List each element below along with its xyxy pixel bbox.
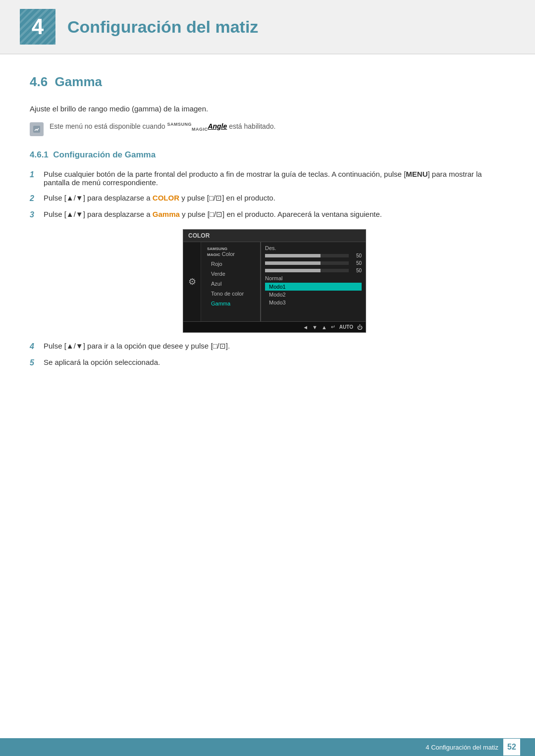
step-1-number: 1 bbox=[30, 170, 44, 179]
step-3-text: Pulse [▲/▼] para desplazarse a Gamma y p… bbox=[44, 210, 505, 219]
monitor-option-list: Modo1 Modo2 Modo3 bbox=[265, 283, 362, 306]
settings-icon: ⚙ bbox=[188, 276, 196, 287]
steps-list-2: 4 Pulse [▲/▼] para ir a la opción que de… bbox=[30, 342, 505, 367]
step-2-number: 2 bbox=[30, 194, 44, 203]
monitor-menu-left: SAMSUNG MAGIC Color Rojo Verde Azul Tono… bbox=[201, 242, 261, 321]
step-5-text: Se aplicará la opción seleccionada. bbox=[44, 358, 505, 366]
subsection-heading: 4.6.1 Configuración de Gamma bbox=[30, 150, 505, 160]
monitor-left-icon: ⚙ bbox=[183, 242, 201, 321]
page-header: 4 Configuración del matiz bbox=[0, 0, 535, 54]
bar-value-2: 50 bbox=[351, 260, 362, 266]
page-footer: 4 Configuración del matiz 52 bbox=[0, 738, 535, 756]
menu-key: MENU bbox=[406, 170, 428, 178]
chapter-number-box: 4 bbox=[20, 9, 55, 45]
icon-power[interactable]: ⏻ bbox=[357, 324, 363, 330]
gamma-highlight: Gamma bbox=[153, 210, 180, 218]
menu-item-magic-color: SAMSUNG MAGIC Color bbox=[201, 245, 260, 259]
icon-down[interactable]: ▼ bbox=[312, 324, 318, 330]
monitor-row-bar3: 50 bbox=[265, 268, 362, 273]
step-5-number: 5 bbox=[30, 358, 44, 367]
step-4-number: 4 bbox=[30, 342, 44, 351]
bar-container-2 bbox=[265, 261, 349, 265]
bar-value-3: 50 bbox=[351, 268, 362, 273]
monitor-title-bar: COLOR bbox=[183, 230, 366, 242]
icon-auto[interactable]: AUTO bbox=[339, 324, 353, 330]
menu-item-rojo: Rojo bbox=[201, 259, 260, 269]
bar-1 bbox=[265, 254, 321, 257]
main-content: 4.6 Gamma Ajuste el brillo de rango medi… bbox=[0, 74, 535, 367]
monitor-row-normal: Normal bbox=[265, 275, 362, 281]
chapter-number: 4 bbox=[32, 14, 44, 39]
note-text: Este menú no está disponible cuando SAMS… bbox=[50, 122, 275, 131]
des-label: Des. bbox=[265, 245, 290, 251]
bar-2 bbox=[265, 261, 321, 265]
bar-container-3 bbox=[265, 269, 349, 272]
step-2-text: Pulse [▲/▼] para desplazarse a COLOR y p… bbox=[44, 194, 505, 202]
menu-item-gamma: Gamma bbox=[201, 299, 260, 308]
bar-3 bbox=[265, 269, 321, 272]
monitor-ui: COLOR ⚙ SAMSUNG MAGIC Color Rojo Verde A… bbox=[183, 229, 366, 333]
monitor-icon-row: ◄ ▼ ▲ ↵ AUTO ⏻ bbox=[183, 321, 366, 332]
monitor-row-bar1: 50 bbox=[265, 253, 362, 258]
icon-back[interactable]: ◄ bbox=[303, 324, 308, 330]
footer-text: 4 Configuración del matiz bbox=[426, 744, 498, 751]
monitor-screenshot: COLOR ⚙ SAMSUNG MAGIC Color Rojo Verde A… bbox=[44, 229, 505, 333]
section-intro: Ajuste el brillo de rango medio (gamma) … bbox=[30, 104, 505, 113]
step-3: 3 Pulse [▲/▼] para desplazarse a Gamma y… bbox=[30, 210, 505, 219]
note-icon bbox=[30, 122, 44, 136]
option-modo2: Modo2 bbox=[265, 291, 362, 299]
icon-enter[interactable]: ↵ bbox=[331, 324, 335, 330]
monitor-title: COLOR bbox=[188, 232, 210, 239]
step-2: 2 Pulse [▲/▼] para desplazarse a COLOR y… bbox=[30, 194, 505, 203]
menu-item-verde: Verde bbox=[201, 269, 260, 279]
monitor-content-right: Des. 50 50 bbox=[261, 242, 366, 321]
step-1: 1 Pulse cualquier botón de la parte fron… bbox=[30, 170, 505, 187]
pencil-icon bbox=[32, 125, 41, 134]
step-1-text: Pulse cualquier botón de la parte fronta… bbox=[44, 170, 505, 187]
magic-angle-label: SAMSUNGMAGICAngle bbox=[167, 122, 227, 130]
menu-item-azul: Azul bbox=[201, 279, 260, 289]
footer-page-number: 52 bbox=[503, 739, 520, 756]
chapter-title: Configuración del matiz bbox=[67, 17, 258, 37]
step-3-number: 3 bbox=[30, 210, 44, 219]
note-box: Este menú no está disponible cuando SAMS… bbox=[30, 122, 505, 136]
step-5: 5 Se aplicará la opción seleccionada. bbox=[30, 358, 505, 367]
monitor-row-bar2: 50 bbox=[265, 260, 362, 266]
section-heading: 4.6 Gamma bbox=[30, 74, 505, 90]
step-4: 4 Pulse [▲/▼] para ir a la opción que de… bbox=[30, 342, 505, 351]
monitor-body: ⚙ SAMSUNG MAGIC Color Rojo Verde Azul To… bbox=[183, 242, 366, 321]
bar-value-1: 50 bbox=[351, 253, 362, 258]
menu-item-tono: Tono de color bbox=[201, 289, 260, 299]
bar-container-1 bbox=[265, 254, 349, 257]
step-4-text: Pulse [▲/▼] para ir a la opción que dese… bbox=[44, 342, 505, 351]
option-modo3: Modo3 bbox=[265, 299, 362, 306]
steps-list: 1 Pulse cualquier botón de la parte fron… bbox=[30, 170, 505, 219]
normal-label: Normal bbox=[265, 275, 290, 281]
monitor-row-des: Des. bbox=[265, 245, 362, 251]
option-modo1: Modo1 bbox=[265, 283, 362, 291]
icon-up[interactable]: ▲ bbox=[321, 324, 327, 330]
color-highlight: COLOR bbox=[153, 194, 179, 202]
